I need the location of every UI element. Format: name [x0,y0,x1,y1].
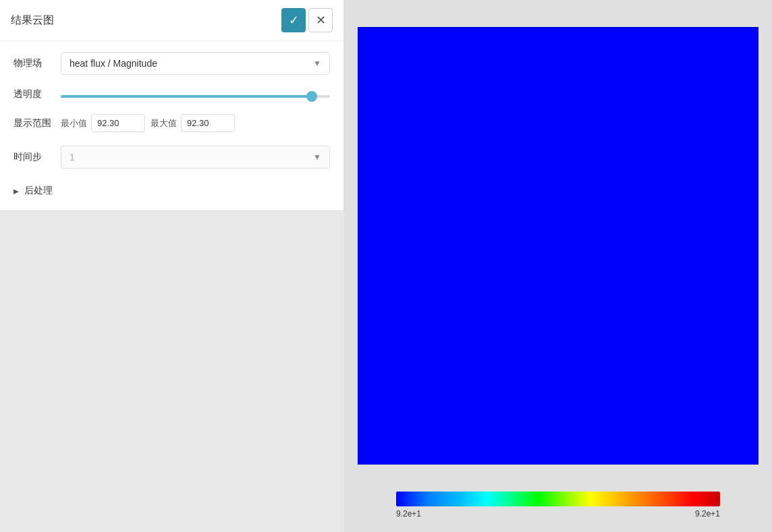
min-value-input[interactable] [91,114,145,132]
transparency-control [61,88,330,100]
below-panel-bg [0,236,344,532]
min-value-label: 最小值 [61,117,87,129]
transparency-label: 透明度 [13,88,61,100]
physics-field-control: heat flux / Magnitude ▼ [61,52,330,75]
panel-header: 结果云图 ✓ ✕ [0,0,343,41]
display-range-control: 最小值 最大值 [61,114,330,132]
colorbar-max-label: 9.2e+1 [695,509,720,519]
colorbar-labels: 9.2e+1 9.2e+1 [396,509,720,519]
timestep-control: 1 ▼ [61,146,330,169]
physics-field-dropdown[interactable]: heat flux / Magnitude ▼ [61,52,330,75]
transparency-row: 透明度 [13,88,330,100]
visualization-area: 9.2e+1 9.2e+1 [344,0,772,532]
result-panel: 结果云图 ✓ ✕ 物理场 heat flux / Magnitude ▼ 透明度 [0,0,344,211]
colorbar-min-label: 9.2e+1 [396,509,421,519]
result-mesh [358,27,759,465]
colorbar [396,492,720,506]
timestep-dropdown[interactable]: 1 ▼ [61,146,330,169]
post-processing-section[interactable]: ▶ 后处理 [13,182,330,200]
display-range-row: 显示范围 最小值 最大值 [13,114,330,132]
colorbar-container: 9.2e+1 9.2e+1 [396,492,720,519]
max-value-label: 最大值 [150,117,177,129]
physics-field-value: heat flux / Magnitude [70,58,157,69]
range-inputs: 最小值 最大值 [61,114,330,132]
timestep-label: 时间步 [13,151,61,163]
physics-field-arrow-icon: ▼ [313,59,321,68]
min-range-item: 最小值 [61,114,145,132]
panel-body: 物理场 heat flux / Magnitude ▼ 透明度 显示范围 最小值 [0,41,343,210]
cancel-button[interactable]: ✕ [308,8,333,32]
header-buttons: ✓ ✕ [281,8,333,32]
physics-field-label: 物理场 [13,57,61,69]
confirm-button[interactable]: ✓ [281,8,306,32]
timestep-value: 1 [70,152,75,162]
post-processing-label: 后处理 [24,185,53,197]
timestep-row: 时间步 1 ▼ [13,146,330,169]
physics-field-row: 物理场 heat flux / Magnitude ▼ [13,52,330,75]
timestep-arrow-icon: ▼ [313,152,321,162]
max-value-input[interactable] [181,114,235,132]
panel-title: 结果云图 [11,13,54,28]
display-range-label: 显示范围 [13,117,61,129]
expand-arrow-icon: ▶ [13,187,19,195]
max-range-item: 最大值 [150,114,235,132]
transparency-slider[interactable] [61,95,330,98]
